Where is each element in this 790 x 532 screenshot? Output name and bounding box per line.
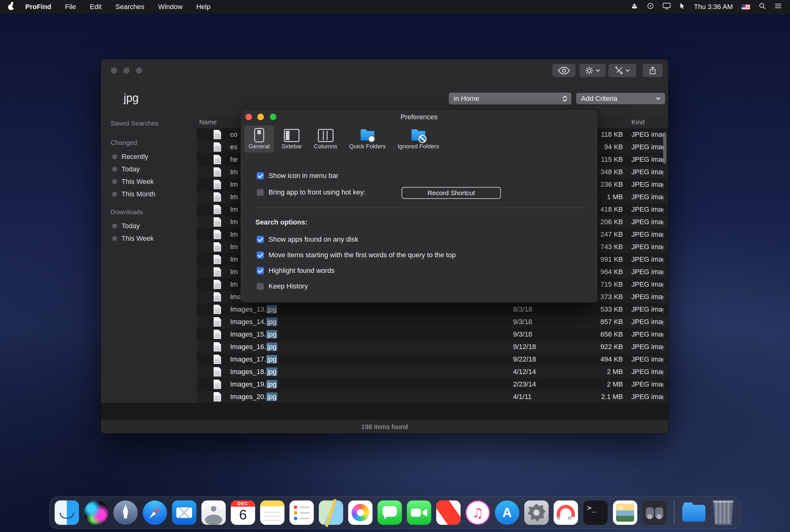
dock-icon-glyph <box>260 500 284 525</box>
dock-item-reminders[interactable] <box>289 500 314 525</box>
dock-item-news[interactable] <box>436 500 460 525</box>
menu-window[interactable]: Window <box>158 3 182 11</box>
menu-searches[interactable]: Searches <box>115 3 144 11</box>
dock-item-facetime[interactable] <box>407 500 431 525</box>
column-kind[interactable]: Kind <box>632 118 644 126</box>
spotlight-search-icon[interactable] <box>759 2 766 11</box>
dock-item-downloads-folder[interactable] <box>682 500 706 525</box>
table-row[interactable]: Images_18.jpg 4/12/14 2 MB JPEG image <box>197 366 668 378</box>
input-source-flag-icon[interactable] <box>741 4 750 10</box>
column-divider <box>606 118 606 127</box>
minimize-button[interactable] <box>123 68 130 74</box>
gear-icon <box>111 235 118 242</box>
checkbox[interactable] <box>257 252 264 259</box>
table-row[interactable]: Images_16.jpg 9/12/18 922 KB JPEG image <box>197 341 668 353</box>
pref-checkbox-show-apps-found-on-any-disk[interactable]: Show apps found on any disk <box>241 232 598 247</box>
dock-item-safari[interactable] <box>143 500 167 525</box>
menu-app-name[interactable]: ProFind <box>25 3 51 11</box>
pref-checkbox-move-items-starting-with-the-first-words-of-the-query-to-the-top[interactable]: Move items starting with the first words… <box>241 247 598 263</box>
column-name[interactable]: Name <box>199 118 217 126</box>
apple-menu-icon[interactable] <box>8 4 14 10</box>
dialog-title: Preferences <box>241 110 598 124</box>
dock-item-appstore[interactable]: A <box>495 500 519 525</box>
checkbox[interactable] <box>257 189 264 196</box>
tab-ignored-folders[interactable]: Ignored Folders <box>393 126 444 152</box>
checkbox[interactable] <box>257 236 264 243</box>
sidebar-item-recently[interactable]: Recently <box>101 151 197 163</box>
file-size: 2 MB <box>579 368 623 376</box>
table-row[interactable]: Images_13.jpg 8/3/18 533 KB JPEG image <box>197 303 668 316</box>
tab-columns[interactable]: Columns <box>309 126 342 152</box>
dock-item-maps[interactable] <box>319 500 343 525</box>
dock-item-contacts[interactable] <box>202 500 226 525</box>
dock-item-launchpad[interactable] <box>113 500 138 525</box>
dock-item-profind[interactable] <box>642 500 667 525</box>
gear-icon <box>111 154 118 160</box>
table-row[interactable]: Images_15.jpg 9/3/18 656 KB JPEG image <box>197 328 668 341</box>
table-row[interactable]: Images_20.jpg 4/1/11 2.1 MB JPEG image <box>197 391 668 403</box>
sidebar-item-this-week[interactable]: This Week <box>101 175 197 188</box>
share-button[interactable] <box>643 64 663 77</box>
checkbox[interactable] <box>257 172 264 179</box>
chevron-down-icon <box>656 97 661 100</box>
dock-item-mail[interactable] <box>172 500 196 525</box>
sidebar-item-this-month[interactable]: This Month <box>101 188 197 201</box>
boat-status-icon[interactable] <box>631 2 638 11</box>
tools-button[interactable] <box>608 64 636 77</box>
checkbox[interactable] <box>257 267 264 274</box>
file-size: 922 KB <box>579 343 623 351</box>
dock-icon-glyph <box>553 500 578 525</box>
dock-item-preview[interactable] <box>613 500 637 525</box>
menu-file[interactable]: File <box>65 3 76 11</box>
dock-item-finder[interactable] <box>55 500 79 525</box>
file-date: 9/3/18 <box>513 318 532 326</box>
pref-checkbox-keep-history[interactable]: Keep History <box>241 279 598 294</box>
dock-item-itunes[interactable]: ♫ <box>466 500 490 525</box>
dock-item-notes[interactable] <box>260 500 284 525</box>
pref-show-icon-row[interactable]: Show icon in menu bar <box>241 170 598 181</box>
table-row[interactable]: Images_19.jpg 2/23/14 2 MB JPEG image <box>197 378 668 391</box>
menu-bar-clock[interactable]: Thu 3:36 AM <box>694 3 733 11</box>
table-row[interactable]: Images_17.jpg 9/22/18 494 KB JPEG image <box>197 353 668 366</box>
ring-status-icon[interactable] <box>647 2 654 11</box>
dock-item-messages[interactable] <box>377 500 402 525</box>
dock-item-calendar[interactable]: DEC 6 <box>231 500 255 525</box>
file-name: Images_16.jpg <box>230 343 277 351</box>
zoom-button[interactable] <box>136 68 142 74</box>
dock-item-system-preferences[interactable] <box>524 500 549 525</box>
display-status-icon[interactable] <box>663 2 671 11</box>
table-row[interactable]: Images_14.jpg 9/3/18 857 KB JPEG image <box>197 316 668 328</box>
file-name: Im <box>230 268 238 276</box>
search-term-field[interactable]: jpg <box>124 92 139 104</box>
menu-help[interactable]: Help <box>196 3 210 11</box>
sidebar-item-this-week[interactable]: This Week <box>101 232 197 245</box>
vertical-scrollbar[interactable] <box>663 132 666 164</box>
dock-item-siri[interactable] <box>84 500 108 525</box>
dock-icon-glyph <box>524 500 549 525</box>
dock-item-terminal[interactable]: >_ <box>583 500 608 525</box>
dock-item-trash[interactable] <box>711 500 735 525</box>
file-kind: JPEG image <box>632 280 663 288</box>
dock-icon-glyph <box>289 500 314 525</box>
notification-center-icon[interactable] <box>774 3 782 11</box>
tab-general[interactable]: General <box>244 126 274 152</box>
preview-toggle-button[interactable] <box>552 64 576 77</box>
menu-edit[interactable]: Edit <box>90 3 102 11</box>
file-name: Im <box>230 255 238 264</box>
checkbox[interactable] <box>257 283 264 290</box>
pref-checkbox-highlight-found-words[interactable]: Highlight found words <box>241 263 598 279</box>
add-criteria-popup[interactable]: Add Criteria <box>576 93 665 104</box>
scope-popup[interactable]: in Home <box>449 93 571 104</box>
sidebar-item-today[interactable]: Today <box>101 163 197 175</box>
close-button[interactable] <box>111 68 117 74</box>
dock: DEC 6 <box>49 496 741 529</box>
sidebar-item-today[interactable]: Today <box>101 220 197 232</box>
tab-sidebar[interactable]: Sidebar <box>277 126 307 152</box>
dock-item-separator[interactable] <box>672 500 677 525</box>
record-shortcut-button[interactable]: Record Shortcut <box>401 187 501 199</box>
cursor-status-icon[interactable] <box>679 2 685 11</box>
tab-quick-folders[interactable]: Quick Folders <box>345 126 390 152</box>
dock-item-photos[interactable] <box>348 500 373 525</box>
action-gear-button[interactable] <box>580 64 606 77</box>
dock-item-magnet[interactable] <box>553 500 578 525</box>
